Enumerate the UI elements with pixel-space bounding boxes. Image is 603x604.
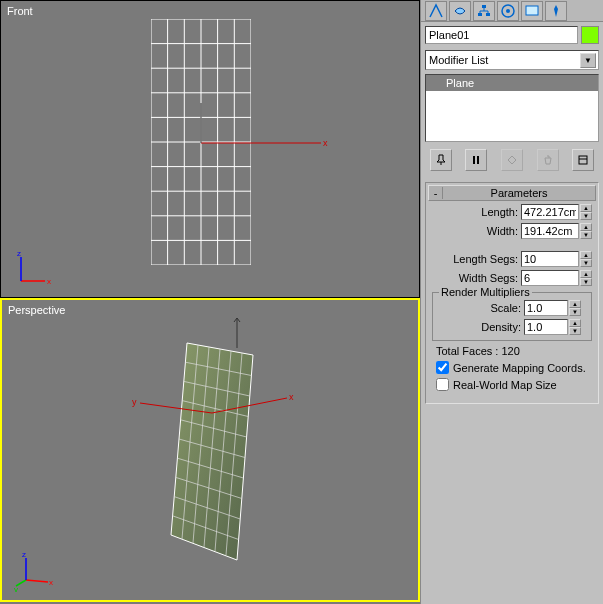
length-spinner[interactable]: ▲▼: [580, 204, 592, 220]
svg-line-44: [26, 580, 48, 582]
gen-mapping-label: Generate Mapping Coords.: [453, 362, 586, 374]
hierarchy-tab-icon[interactable]: [473, 1, 495, 21]
axis-indicator-front: x z: [13, 249, 53, 289]
configure-sets-icon[interactable]: [572, 149, 594, 171]
modifier-list-dropdown[interactable]: Modifier List: [425, 50, 599, 70]
density-label: Density:: [481, 321, 521, 333]
parameters-header[interactable]: - Parameters: [428, 185, 596, 201]
utilities-tab-icon[interactable]: [545, 1, 567, 21]
stack-toolbar: [425, 148, 599, 172]
modify-tab-icon[interactable]: [449, 1, 471, 21]
density-spinner[interactable]: ▲▼: [569, 319, 581, 335]
svg-rect-55: [526, 6, 538, 15]
width-segs-label: Width Segs:: [459, 272, 518, 284]
pin-stack-icon[interactable]: [430, 149, 452, 171]
object-name-input[interactable]: [425, 26, 578, 44]
real-world-label: Real-World Map Size: [453, 379, 557, 391]
svg-rect-52: [486, 13, 490, 16]
scale-input[interactable]: [524, 300, 568, 316]
svg-text:x: x: [289, 392, 294, 402]
width-segs-spinner[interactable]: ▲▼: [580, 270, 592, 286]
length-segs-label: Length Segs:: [453, 253, 518, 265]
axis-indicator-persp: x y z: [14, 552, 54, 592]
gen-mapping-checkbox[interactable]: [436, 361, 449, 374]
svg-text:y: y: [14, 585, 18, 592]
render-multipliers-group: Render Multipliers Scale: ▲▼ Density: ▲▼: [432, 292, 592, 341]
svg-text:x: x: [323, 138, 328, 148]
real-world-checkbox[interactable]: [436, 378, 449, 391]
svg-text:x: x: [49, 578, 53, 587]
motion-tab-icon[interactable]: [497, 1, 519, 21]
perspective-viewport[interactable]: Perspective x y x y: [0, 298, 420, 602]
viewport-label: Perspective: [8, 304, 65, 316]
svg-rect-56: [473, 156, 475, 164]
create-tab-icon[interactable]: [425, 1, 447, 21]
collapse-icon[interactable]: -: [429, 187, 443, 199]
object-color-swatch[interactable]: [581, 26, 599, 44]
width-input[interactable]: [521, 223, 579, 239]
length-label: Length:: [481, 206, 518, 218]
modifier-stack[interactable]: Plane: [425, 74, 599, 142]
total-faces-label: Total Faces : 120: [436, 345, 588, 357]
svg-rect-58: [579, 156, 587, 164]
show-end-result-icon[interactable]: [465, 149, 487, 171]
make-unique-icon[interactable]: [501, 149, 523, 171]
stack-item-plane[interactable]: Plane: [426, 75, 598, 91]
panel-tabs: [421, 0, 603, 22]
front-viewport[interactable]: Front x x z: [0, 0, 420, 298]
svg-text:x: x: [47, 277, 51, 286]
length-segs-input[interactable]: [521, 251, 579, 267]
command-panel: Modifier List Plane - Parameters Length:…: [420, 0, 603, 604]
gizmo-persp[interactable]: x y: [122, 318, 302, 438]
svg-line-37: [212, 398, 287, 413]
width-label: Width:: [487, 225, 518, 237]
svg-point-54: [506, 9, 510, 13]
density-input[interactable]: [524, 319, 568, 335]
svg-line-39: [140, 403, 212, 413]
width-segs-input[interactable]: [521, 270, 579, 286]
svg-text:z: z: [22, 552, 26, 559]
display-tab-icon[interactable]: [521, 1, 543, 21]
svg-text:y: y: [132, 397, 137, 407]
viewport-label: Front: [7, 5, 33, 17]
svg-rect-57: [477, 156, 479, 164]
svg-text:z: z: [17, 249, 21, 258]
scale-label: Scale:: [490, 302, 521, 314]
scale-spinner[interactable]: ▲▼: [569, 300, 581, 316]
parameters-rollout: - Parameters Length: ▲▼ Width: ▲▼ Length…: [425, 182, 599, 404]
length-segs-spinner[interactable]: ▲▼: [580, 251, 592, 267]
width-spinner[interactable]: ▲▼: [580, 223, 592, 239]
length-input[interactable]: [521, 204, 579, 220]
svg-rect-51: [478, 13, 482, 16]
remove-modifier-icon[interactable]: [537, 149, 559, 171]
gizmo-front[interactable]: x: [96, 103, 331, 163]
svg-rect-50: [482, 5, 486, 8]
